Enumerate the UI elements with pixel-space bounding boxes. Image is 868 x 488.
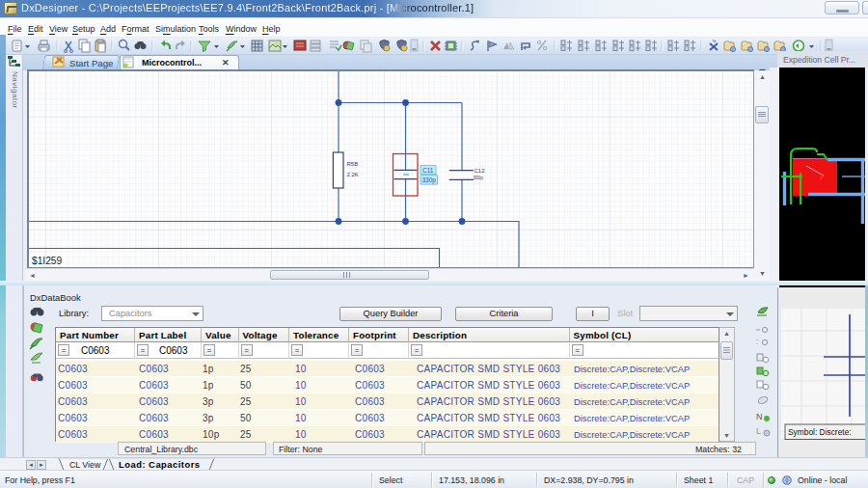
- svg-text:R5B: R5B: [347, 161, 359, 167]
- svg-text:330p: 330p: [422, 176, 437, 184]
- svg-text:300p: 300p: [474, 176, 484, 180]
- svg-text:C12: C12: [475, 168, 486, 174]
- svg-text:CL View: CL View: [69, 460, 101, 470]
- svg-text:$1I259: $1I259: [32, 256, 62, 266]
- svg-text:L: L: [756, 426, 761, 436]
- svg-text:2.2K: 2.2K: [347, 172, 359, 177]
- svg-text:Load: Capacitors: Load: Capacitors: [119, 459, 201, 470]
- svg-text:C11: C11: [422, 167, 434, 174]
- svg-text:Symbol: Discrete:: Symbol: Discrete:: [788, 427, 852, 437]
- svg-text:N: N: [756, 412, 763, 421]
